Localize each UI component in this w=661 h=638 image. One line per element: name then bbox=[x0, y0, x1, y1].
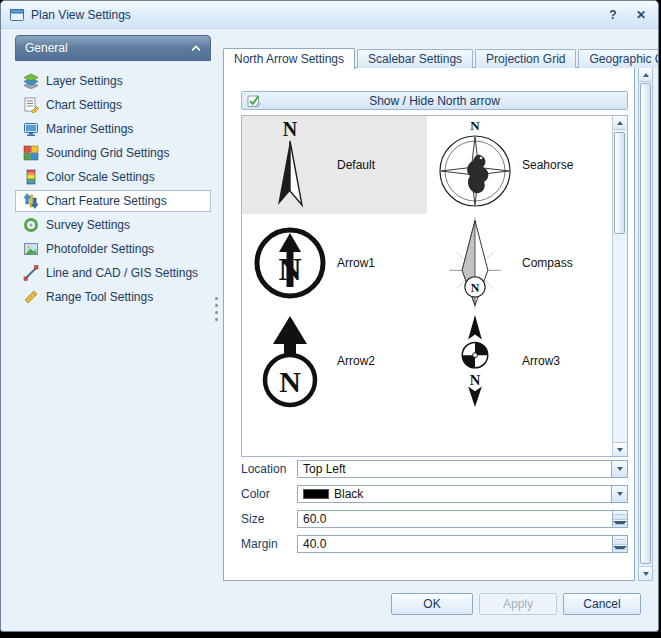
svg-text:N: N bbox=[282, 119, 297, 140]
arrow-style-default[interactable]: N Default bbox=[242, 116, 427, 214]
arrow2-icon: N bbox=[242, 314, 337, 408]
arrow-style-label: Arrow3 bbox=[522, 354, 560, 368]
spin-up-icon[interactable] bbox=[613, 536, 627, 545]
sidebar-item-label: Range Tool Settings bbox=[46, 290, 153, 304]
arrow1-icon: N bbox=[242, 225, 337, 301]
ok-button[interactable]: OK bbox=[391, 593, 473, 615]
plan-view-settings-dialog: Plan View Settings ? ✕ General Layer Set… bbox=[0, 0, 659, 632]
size-row: Size 60.0 bbox=[224, 510, 634, 528]
window-title: Plan View Settings bbox=[31, 8, 131, 22]
north-arrow-style-grid: N Default N Seahorse N Arrow1 bbox=[242, 116, 612, 456]
apply-button[interactable]: Apply bbox=[479, 593, 557, 615]
margin-label: Margin bbox=[241, 537, 278, 551]
window-icon bbox=[9, 7, 25, 23]
show-hide-north-arrow-button[interactable]: Show / Hide North arrow bbox=[241, 91, 628, 110]
sidebar-item-survey-settings[interactable]: Survey Settings bbox=[15, 214, 211, 236]
scroll-down-icon[interactable] bbox=[613, 442, 626, 456]
svg-text:N: N bbox=[278, 251, 301, 287]
north-arrow-style-list: N Default N Seahorse N Arrow1 bbox=[241, 115, 628, 457]
margin-row: Margin 40.0 bbox=[224, 535, 634, 553]
layers-icon bbox=[23, 73, 39, 89]
margin-value: 40.0 bbox=[298, 537, 612, 551]
scrollbar-thumb[interactable] bbox=[614, 132, 625, 234]
help-button[interactable]: ? bbox=[604, 6, 622, 24]
sidebar-item-label: Mariner Settings bbox=[46, 122, 133, 136]
scroll-up-icon[interactable] bbox=[613, 116, 626, 130]
checked-checkbox-icon bbox=[247, 94, 261, 108]
size-spinner[interactable]: 60.0 bbox=[297, 510, 628, 528]
sidebar-item-chart-settings[interactable]: Chart Settings bbox=[15, 94, 211, 116]
arrow-style-arrow2[interactable]: N Arrow2 bbox=[242, 312, 427, 410]
spin-down-icon[interactable] bbox=[613, 520, 627, 528]
arrow3-icon: N bbox=[427, 314, 522, 408]
tab-label: North Arrow Settings bbox=[234, 52, 344, 66]
north-arrow-settings-panel: Show / Hide North arrow N Default N Seah… bbox=[223, 67, 635, 581]
location-combobox[interactable]: Top Left bbox=[297, 460, 628, 478]
color-row: Color Black bbox=[224, 485, 634, 503]
show-hide-north-arrow-label: Show / Hide North arrow bbox=[242, 94, 627, 108]
cancel-button[interactable]: Cancel bbox=[563, 593, 641, 615]
sidebar-group-general[interactable]: General bbox=[15, 35, 211, 61]
close-button[interactable]: ✕ bbox=[632, 6, 650, 24]
chart-document-icon bbox=[23, 97, 39, 113]
arrow-style-label: Seahorse bbox=[522, 158, 573, 172]
spin-down-icon[interactable] bbox=[613, 545, 627, 553]
tab-label: Projection Grid bbox=[486, 52, 565, 66]
titlebar[interactable]: Plan View Settings ? ✕ bbox=[1, 1, 658, 29]
margin-spinner[interactable]: 40.0 bbox=[297, 535, 628, 553]
sidebar-item-chart-feature-settings[interactable]: Chart Feature Settings bbox=[15, 190, 211, 212]
sidebar-item-line-cad-gis-settings[interactable]: Line and CAD / GIS Settings bbox=[15, 262, 211, 284]
titlebar-buttons: ? ✕ bbox=[604, 6, 650, 24]
compass-arrow-icon: N bbox=[427, 217, 522, 309]
survey-icon bbox=[23, 217, 39, 233]
group-header-label: General bbox=[25, 41, 68, 55]
chevron-down-icon[interactable] bbox=[611, 461, 627, 477]
tab-geographic-grid[interactable]: Geographic Grid bbox=[578, 49, 659, 68]
tab-page-scrollbar[interactable] bbox=[638, 67, 653, 581]
sidebar-item-color-scale-settings[interactable]: Color Scale Settings bbox=[15, 166, 211, 188]
monitor-icon bbox=[23, 121, 39, 137]
chevron-down-icon[interactable] bbox=[611, 486, 627, 502]
sidebar-item-sounding-grid-settings[interactable]: Sounding Grid Settings bbox=[15, 142, 211, 164]
chevron-up-icon bbox=[191, 41, 201, 55]
tab-scalebar-settings[interactable]: Scalebar Settings bbox=[357, 49, 473, 68]
arrow-style-label: Default bbox=[337, 158, 375, 172]
sidebar-items: Layer Settings Chart Settings Mariner Se… bbox=[15, 61, 211, 308]
color-swatch-black bbox=[303, 489, 329, 499]
color-combobox[interactable]: Black bbox=[297, 485, 628, 503]
sidebar-item-label: Color Scale Settings bbox=[46, 170, 155, 184]
sidebar-item-label: Chart Settings bbox=[46, 98, 122, 112]
color-grid-icon bbox=[23, 145, 39, 161]
sidebar: General Layer Settings Chart Settings Ma… bbox=[15, 35, 211, 310]
svg-text:N: N bbox=[470, 281, 479, 295]
scroll-up-icon[interactable] bbox=[639, 68, 652, 82]
sidebar-item-label: Chart Feature Settings bbox=[46, 194, 167, 208]
arrow-style-arrow1[interactable]: N Arrow1 bbox=[242, 214, 427, 312]
arrow-list-scrollbar[interactable] bbox=[612, 116, 627, 456]
arrow-style-label: Compass bbox=[522, 256, 573, 270]
color-label: Color bbox=[241, 487, 270, 501]
sidebar-item-layer-settings[interactable]: Layer Settings bbox=[15, 70, 211, 92]
arrow-style-label: Arrow1 bbox=[337, 256, 375, 270]
svg-text:N: N bbox=[469, 372, 480, 388]
sidebar-item-photofolder-settings[interactable]: Photofolder Settings bbox=[15, 238, 211, 260]
seahorse-arrow-icon: N bbox=[427, 119, 522, 211]
cad-line-icon bbox=[23, 265, 39, 281]
scrollbar-thumb[interactable] bbox=[640, 83, 651, 564]
splitter-grip[interactable] bbox=[213, 295, 219, 323]
svg-text:N: N bbox=[279, 365, 301, 398]
tab-projection-grid[interactable]: Projection Grid bbox=[475, 49, 576, 68]
arrow-style-compass[interactable]: N Compass bbox=[427, 214, 612, 312]
size-value: 60.0 bbox=[298, 512, 612, 526]
arrow-style-seahorse[interactable]: N Seahorse bbox=[427, 116, 612, 214]
sidebar-item-range-tool-settings[interactable]: Range Tool Settings bbox=[15, 286, 211, 308]
photo-icon bbox=[23, 241, 39, 257]
sidebar-item-mariner-settings[interactable]: Mariner Settings bbox=[15, 118, 211, 140]
sidebar-item-label: Survey Settings bbox=[46, 218, 130, 232]
spin-up-icon[interactable] bbox=[613, 511, 627, 520]
size-label: Size bbox=[241, 512, 264, 526]
range-tool-icon bbox=[23, 289, 39, 305]
arrow-style-arrow3[interactable]: N Arrow3 bbox=[427, 312, 612, 410]
scroll-down-icon[interactable] bbox=[639, 566, 652, 580]
tab-north-arrow-settings[interactable]: North Arrow Settings bbox=[223, 48, 355, 69]
